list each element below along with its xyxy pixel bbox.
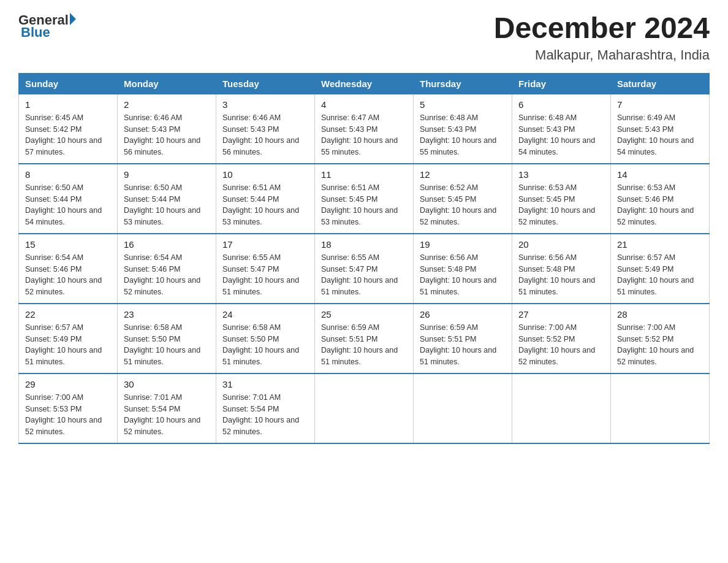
day-info: Sunrise: 6:51 AMSunset: 5:44 PMDaylight:…: [222, 183, 299, 226]
day-info: Sunrise: 6:57 AMSunset: 5:49 PMDaylight:…: [617, 253, 694, 296]
day-info: Sunrise: 6:53 AMSunset: 5:45 PMDaylight:…: [518, 183, 595, 226]
day-number: 11: [321, 169, 407, 180]
day-info: Sunrise: 6:57 AMSunset: 5:49 PMDaylight:…: [25, 323, 102, 366]
day-number: 22: [25, 309, 111, 320]
day-info: Sunrise: 6:51 AMSunset: 5:45 PMDaylight:…: [321, 183, 398, 226]
day-number: 14: [617, 169, 703, 180]
location-subtitle: Malkapur, Maharashtra, India: [494, 47, 710, 63]
day-number: 31: [222, 379, 308, 389]
calendar-day-cell: 14 Sunrise: 6:53 AMSunset: 5:46 PMDaylig…: [611, 164, 710, 234]
calendar-day-cell: 26 Sunrise: 6:59 AMSunset: 5:51 PMDaylig…: [414, 304, 512, 373]
calendar-day-cell: 23 Sunrise: 6:58 AMSunset: 5:50 PMDaylig…: [118, 304, 216, 373]
day-number: 27: [518, 309, 604, 320]
day-number: 25: [321, 309, 407, 320]
day-info: Sunrise: 7:01 AMSunset: 5:54 PMDaylight:…: [124, 393, 200, 436]
day-info: Sunrise: 6:50 AMSunset: 5:44 PMDaylight:…: [25, 183, 102, 226]
calendar-day-cell: 4 Sunrise: 6:47 AMSunset: 5:43 PMDayligh…: [315, 94, 414, 164]
calendar-week-row: 29 Sunrise: 7:00 AMSunset: 5:53 PMDaylig…: [19, 373, 710, 443]
day-info: Sunrise: 6:52 AMSunset: 5:45 PMDaylight:…: [420, 183, 496, 226]
day-info: Sunrise: 6:59 AMSunset: 5:51 PMDaylight:…: [420, 323, 496, 366]
calendar-day-cell: 18 Sunrise: 6:55 AMSunset: 5:47 PMDaylig…: [315, 234, 414, 304]
day-info: Sunrise: 6:55 AMSunset: 5:47 PMDaylight:…: [321, 253, 398, 296]
day-number: 9: [124, 169, 210, 180]
day-number: 5: [420, 99, 506, 110]
day-number: 19: [420, 239, 506, 250]
day-info: Sunrise: 6:56 AMSunset: 5:48 PMDaylight:…: [420, 253, 496, 296]
day-info: Sunrise: 7:01 AMSunset: 5:54 PMDaylight:…: [222, 393, 299, 436]
calendar-week-row: 22 Sunrise: 6:57 AMSunset: 5:49 PMDaylig…: [19, 304, 710, 373]
day-number: 3: [222, 99, 308, 110]
calendar-day-cell: 28 Sunrise: 7:00 AMSunset: 5:52 PMDaylig…: [611, 304, 710, 373]
day-number: 15: [25, 239, 111, 250]
day-info: Sunrise: 7:00 AMSunset: 5:53 PMDaylight:…: [25, 393, 102, 436]
day-info: Sunrise: 6:54 AMSunset: 5:46 PMDaylight:…: [25, 253, 102, 296]
day-number: 30: [124, 379, 210, 389]
calendar-day-cell: 11 Sunrise: 6:51 AMSunset: 5:45 PMDaylig…: [315, 164, 414, 234]
day-number: 23: [124, 309, 210, 320]
calendar-table: SundayMondayTuesdayWednesdayThursdayFrid…: [18, 73, 710, 444]
weekday-header-thursday: Thursday: [414, 73, 512, 94]
day-number: 16: [124, 239, 210, 250]
day-info: Sunrise: 6:46 AMSunset: 5:43 PMDaylight:…: [222, 113, 299, 156]
calendar-day-cell: [315, 373, 414, 443]
day-info: Sunrise: 6:45 AMSunset: 5:42 PMDaylight:…: [25, 113, 102, 156]
day-number: 8: [25, 169, 111, 180]
day-info: Sunrise: 6:53 AMSunset: 5:46 PMDaylight:…: [617, 183, 694, 226]
day-number: 18: [321, 239, 407, 250]
day-number: 26: [420, 309, 506, 320]
calendar-day-cell: 27 Sunrise: 7:00 AMSunset: 5:52 PMDaylig…: [512, 304, 611, 373]
day-number: 6: [518, 99, 604, 110]
day-info: Sunrise: 6:54 AMSunset: 5:46 PMDaylight:…: [124, 253, 200, 296]
calendar-day-cell: [414, 373, 512, 443]
day-info: Sunrise: 6:50 AMSunset: 5:44 PMDaylight:…: [124, 183, 200, 226]
day-number: 21: [617, 239, 703, 250]
calendar-day-cell: 6 Sunrise: 6:48 AMSunset: 5:43 PMDayligh…: [512, 94, 611, 164]
calendar-day-cell: 10 Sunrise: 6:51 AMSunset: 5:44 PMDaylig…: [216, 164, 315, 234]
calendar-day-cell: 30 Sunrise: 7:01 AMSunset: 5:54 PMDaylig…: [118, 373, 216, 443]
weekday-header-tuesday: Tuesday: [216, 73, 315, 94]
calendar-week-row: 15 Sunrise: 6:54 AMSunset: 5:46 PMDaylig…: [19, 234, 710, 304]
day-info: Sunrise: 6:59 AMSunset: 5:51 PMDaylight:…: [321, 323, 398, 366]
calendar-day-cell: 17 Sunrise: 6:55 AMSunset: 5:47 PMDaylig…: [216, 234, 315, 304]
calendar-week-row: 1 Sunrise: 6:45 AMSunset: 5:42 PMDayligh…: [19, 94, 710, 164]
calendar-day-cell: 20 Sunrise: 6:56 AMSunset: 5:48 PMDaylig…: [512, 234, 611, 304]
day-info: Sunrise: 6:58 AMSunset: 5:50 PMDaylight:…: [124, 323, 200, 366]
day-info: Sunrise: 7:00 AMSunset: 5:52 PMDaylight:…: [617, 323, 694, 366]
day-info: Sunrise: 6:48 AMSunset: 5:43 PMDaylight:…: [420, 113, 496, 156]
weekday-header-sunday: Sunday: [19, 73, 118, 94]
day-number: 1: [25, 99, 111, 110]
day-number: 28: [617, 309, 703, 320]
day-number: 2: [124, 99, 210, 110]
calendar-day-cell: 16 Sunrise: 6:54 AMSunset: 5:46 PMDaylig…: [118, 234, 216, 304]
calendar-day-cell: 9 Sunrise: 6:50 AMSunset: 5:44 PMDayligh…: [118, 164, 216, 234]
day-number: 4: [321, 99, 407, 110]
calendar-day-cell: 19 Sunrise: 6:56 AMSunset: 5:48 PMDaylig…: [414, 234, 512, 304]
day-info: Sunrise: 6:46 AMSunset: 5:43 PMDaylight:…: [124, 113, 200, 156]
calendar-day-cell: 3 Sunrise: 6:46 AMSunset: 5:43 PMDayligh…: [216, 94, 315, 164]
calendar-day-cell: [611, 373, 710, 443]
page-header: General Blue December 2024 Malkapur, Mah…: [18, 12, 710, 63]
title-area: December 2024 Malkapur, Maharashtra, Ind…: [494, 12, 710, 63]
day-info: Sunrise: 6:55 AMSunset: 5:47 PMDaylight:…: [222, 253, 299, 296]
day-info: Sunrise: 6:47 AMSunset: 5:43 PMDaylight:…: [321, 113, 398, 156]
logo-blue-text: Blue: [21, 25, 50, 40]
weekday-header-monday: Monday: [118, 73, 216, 94]
calendar-day-cell: 12 Sunrise: 6:52 AMSunset: 5:45 PMDaylig…: [414, 164, 512, 234]
calendar-day-cell: 1 Sunrise: 6:45 AMSunset: 5:42 PMDayligh…: [19, 94, 118, 164]
calendar-day-cell: 29 Sunrise: 7:00 AMSunset: 5:53 PMDaylig…: [19, 373, 118, 443]
calendar-day-cell: 24 Sunrise: 6:58 AMSunset: 5:50 PMDaylig…: [216, 304, 315, 373]
calendar-day-cell: 2 Sunrise: 6:46 AMSunset: 5:43 PMDayligh…: [118, 94, 216, 164]
day-number: 13: [518, 169, 604, 180]
calendar-day-cell: 25 Sunrise: 6:59 AMSunset: 5:51 PMDaylig…: [315, 304, 414, 373]
calendar-day-cell: 7 Sunrise: 6:49 AMSunset: 5:43 PMDayligh…: [611, 94, 710, 164]
day-info: Sunrise: 6:49 AMSunset: 5:43 PMDaylight:…: [617, 113, 694, 156]
day-number: 29: [25, 379, 111, 389]
day-info: Sunrise: 6:48 AMSunset: 5:43 PMDaylight:…: [518, 113, 595, 156]
calendar-day-cell: 21 Sunrise: 6:57 AMSunset: 5:49 PMDaylig…: [611, 234, 710, 304]
calendar-day-cell: 13 Sunrise: 6:53 AMSunset: 5:45 PMDaylig…: [512, 164, 611, 234]
month-title: December 2024: [494, 12, 710, 45]
calendar-day-cell: 5 Sunrise: 6:48 AMSunset: 5:43 PMDayligh…: [414, 94, 512, 164]
weekday-header-row: SundayMondayTuesdayWednesdayThursdayFrid…: [19, 73, 710, 94]
logo: General Blue: [18, 12, 76, 40]
calendar-day-cell: 15 Sunrise: 6:54 AMSunset: 5:46 PMDaylig…: [19, 234, 118, 304]
